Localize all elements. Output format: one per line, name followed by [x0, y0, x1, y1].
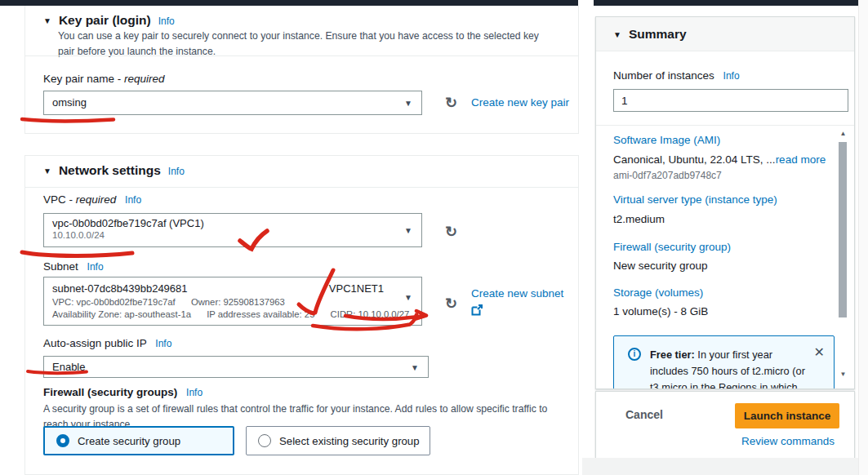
subnet-vpc: VPC: vpc-0b0bd02fbe719c7af [52, 297, 176, 307]
summary-header[interactable]: ▼ Summary [596, 17, 854, 51]
summary-panel: ▼ Summary Number of instances Info Softw… [595, 16, 855, 389]
radio-selected-icon [56, 434, 69, 447]
summary-divider [596, 125, 854, 126]
subnet-info-link[interactable]: Info [87, 261, 104, 273]
launch-instance-wizard: ▼ Key pair (login) Info You can use a ke… [0, 0, 868, 475]
subnet-owner: Owner: 925908137963 [191, 297, 285, 307]
number-of-instances-info-link[interactable]: Info [723, 70, 740, 82]
vpc-label: VPC - required Info [43, 193, 141, 206]
subnet-az: Availability Zone: ap-southeast-1a [52, 309, 191, 319]
caret-down-icon: ▼ [404, 226, 412, 235]
select-existing-security-group-label: Select existing security group [279, 435, 420, 447]
radio-unselected-icon [258, 434, 271, 447]
subnet-row-3: Availability Zone: ap-southeast-1a IP ad… [52, 309, 413, 319]
auto-assign-ip-info-link[interactable]: Info [155, 338, 171, 349]
scroll-up-icon[interactable]: ▲ [838, 130, 848, 137]
launch-instance-button[interactable]: Launch instance [735, 403, 839, 428]
subnet-label: Subnet Info [43, 260, 104, 273]
network-settings-header[interactable]: ▼ Network settings Info [43, 163, 185, 178]
wizard-footer: Cancel Launch instance Review commands [595, 391, 855, 459]
summary-storage-link[interactable]: Storage (volumes) [613, 286, 703, 299]
page-scrollbar[interactable] [858, 0, 868, 475]
create-new-subnet-link[interactable]: Create new subnet [471, 287, 563, 300]
vpc-info-link[interactable]: Info [125, 194, 141, 206]
auto-assign-ip-label: Auto-assign public IP Info [43, 337, 171, 349]
vpc-selected-value: vpc-0b0bd02fbe719c7af (VPC1) [44, 214, 421, 229]
free-tier-alert: i Free tier: In your first year includes… [613, 335, 835, 389]
cancel-button[interactable]: Cancel [625, 408, 663, 421]
create-security-group-option[interactable]: Create security group [43, 426, 234, 455]
caret-down-icon: ▼ [404, 99, 412, 108]
summary-firewall-value: New security group [613, 260, 708, 272]
free-tier-text: Free tier: In your first year includes 7… [650, 347, 813, 389]
chevron-down-icon: ▼ [43, 166, 51, 175]
section-divider [25, 187, 578, 188]
summary-instance-type-link[interactable]: Virtual server type (instance type) [613, 193, 777, 206]
refresh-vpc-button[interactable]: ↻ [445, 224, 457, 239]
section-divider [25, 55, 578, 56]
key-pair-selected-value: omsing [44, 91, 421, 114]
top-divider-bar-right [594, 0, 868, 6]
vpc-select[interactable]: vpc-0b0bd02fbe719c7af (VPC1) 10.10.0.0/2… [43, 213, 422, 247]
chevron-down-icon: ▼ [613, 30, 621, 39]
subnet-cidr: CIDR: 10.10.0.0/27 [331, 309, 410, 319]
key-pair-header[interactable]: ▼ Key pair (login) Info [43, 13, 175, 28]
close-icon[interactable]: ✕ [814, 344, 825, 360]
info-icon: i [628, 348, 641, 361]
network-settings-info-link[interactable]: Info [168, 166, 185, 177]
subnet-row-1: subnet-07dc8b439bb249681 VPC1NET1 [52, 282, 413, 295]
read-more-link[interactable]: read more [776, 153, 826, 166]
key-pair-name-label: Key pair name - required [43, 73, 165, 85]
vpc-selected-cidr: 10.10.0.0/24 [44, 229, 421, 240]
refresh-key-pairs-button[interactable]: ↻ [445, 95, 457, 110]
select-existing-security-group-option[interactable]: Select existing security group [246, 426, 430, 455]
key-pair-section: ▼ Key pair (login) Info You can use a ke… [24, 6, 579, 134]
chevron-down-icon: ▼ [43, 16, 51, 25]
caret-down-icon: ▼ [411, 362, 419, 371]
network-settings-title: Network settings [59, 163, 161, 178]
top-divider-bar-left [0, 0, 578, 6]
subnet-select[interactable]: subnet-07dc8b439bb249681 VPC1NET1 VPC: v… [43, 277, 422, 326]
firewall-label: Firewall (security groups) Info [43, 386, 203, 398]
scrollbar-thumb[interactable] [839, 142, 847, 317]
subnet-name: VPC1NET1 [329, 282, 384, 295]
summary-storage-value: 1 volume(s) - 8 GiB [613, 305, 708, 317]
summary-ami-line: Canonical, Ubuntu, 22.04 LTS, ...read mo… [613, 153, 826, 166]
firewall-info-link[interactable]: Info [186, 387, 203, 398]
subnet-id: subnet-07dc8b439bb249681 [52, 282, 188, 295]
review-commands-link[interactable]: Review commands [741, 435, 835, 447]
refresh-subnet-button[interactable]: ↻ [445, 296, 457, 311]
subnet-ips: IP addresses available: 25 [207, 309, 314, 319]
key-pair-select[interactable]: omsing ▼ [43, 91, 422, 115]
external-link-icon[interactable] [471, 304, 483, 316]
create-new-key-pair-link[interactable]: Create new key pair [471, 96, 569, 109]
summary-instance-type-value: t2.medium [613, 213, 665, 225]
summary-scrollbar[interactable]: ▲ ▼ [838, 126, 848, 384]
scroll-down-icon[interactable]: ▼ [838, 371, 848, 378]
summary-ami-link[interactable]: Software Image (AMI) [613, 134, 720, 146]
auto-assign-ip-value: Enable [44, 357, 428, 377]
network-settings-section: ▼ Network settings Info VPC - required I… [24, 155, 579, 475]
summary-title: Summary [629, 27, 687, 42]
key-pair-info-link[interactable]: Info [158, 16, 175, 27]
caret-down-icon: ▼ [404, 293, 412, 302]
create-security-group-label: Create security group [78, 435, 180, 447]
key-pair-title: Key pair (login) [59, 13, 151, 28]
summary-ami-id: ami-0df7a207adb9748c7 [613, 170, 722, 181]
number-of-instances-input[interactable] [613, 89, 848, 112]
subnet-row-2: VPC: vpc-0b0bd02fbe719c7af Owner: 925908… [52, 297, 413, 307]
page-background-strip [582, 458, 868, 475]
summary-firewall-link[interactable]: Firewall (security group) [613, 241, 731, 253]
number-of-instances-label: Number of instances Info [613, 69, 740, 82]
auto-assign-ip-select[interactable]: Enable ▼ [43, 356, 429, 378]
